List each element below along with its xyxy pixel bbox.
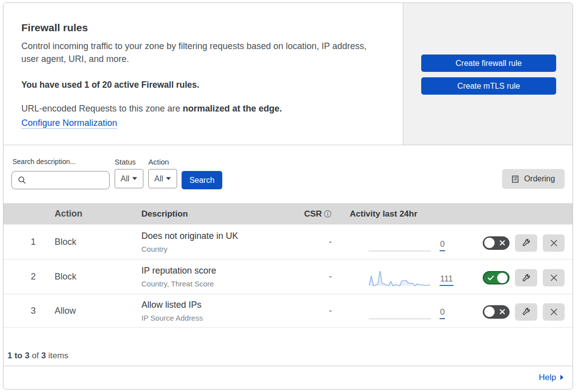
status-filter-group: Status All	[115, 158, 143, 188]
delete-rule-button[interactable]	[543, 269, 565, 286]
search-label: Search description...	[12, 158, 110, 166]
delete-x-icon	[550, 308, 558, 316]
delete-x-icon	[550, 239, 558, 247]
items-count: 1 to 3 of 3 items	[3, 328, 573, 366]
delete-rule-button[interactable]	[543, 234, 565, 252]
rule-controls	[482, 234, 573, 252]
search-group: Search description...	[11, 158, 110, 189]
rule-controls	[482, 303, 573, 321]
activity-flatline	[369, 319, 431, 319]
ordering-button-label: Ordering	[524, 174, 555, 183]
edit-rule-button[interactable]	[515, 269, 537, 286]
rule-description-cell: IP reputation scoreCountry, Threat Score	[141, 266, 304, 288]
rule-criteria: Country, Threat Score	[141, 280, 304, 288]
search-box	[11, 171, 110, 189]
toggle-knob	[484, 238, 495, 248]
info-icon[interactable]	[324, 210, 331, 218]
action-select[interactable]: All	[148, 169, 177, 188]
create-firewall-rule-button[interactable]: Create firewall rule	[421, 55, 556, 72]
search-input[interactable]	[26, 176, 109, 184]
action-label: Action	[148, 158, 177, 166]
rule-activity-cell: 0	[350, 294, 482, 327]
rule-csr-cell: -	[304, 237, 350, 247]
table-row: 1BlockDoes not originate in UKCountry-0	[3, 224, 573, 260]
rule-csr-value: -	[304, 306, 350, 316]
rule-enable-toggle[interactable]	[483, 305, 510, 319]
rule-controls	[482, 269, 573, 286]
rule-enable-toggle[interactable]	[483, 236, 510, 250]
edit-rule-button[interactable]	[515, 234, 537, 252]
ordering-list-icon	[512, 175, 519, 183]
toggle-knob	[484, 307, 495, 317]
wrench-icon	[521, 306, 532, 317]
normalization-note-text: URL-encoded Requests to this zone are	[21, 104, 183, 113]
rule-description-cell: Does not originate in UKCountry	[141, 231, 304, 253]
rule-activity-cell: 0	[350, 224, 482, 259]
status-select-value: All	[121, 174, 129, 183]
rule-description: IP reputation score	[141, 266, 304, 276]
help-link[interactable]: Help	[539, 373, 564, 383]
create-mtls-rule-button[interactable]: Create mTLS rule	[421, 77, 556, 95]
rule-activity-cell: 111	[350, 260, 482, 294]
delete-rule-button[interactable]	[543, 303, 565, 321]
rule-description: Allow listed IPs	[141, 300, 304, 310]
header-action: Action	[55, 209, 141, 219]
activity-count-link[interactable]: 0	[440, 307, 445, 319]
help-arrow-icon	[560, 375, 564, 380]
activity-sparkline	[369, 270, 431, 286]
items-word: items	[46, 351, 68, 360]
rule-description-cell: Allow listed IPsIP Source Address	[141, 300, 304, 322]
header-description: Description	[141, 209, 304, 219]
rule-index: 3	[3, 306, 55, 316]
intro-description: Control incoming traffic to your zone by…	[21, 40, 371, 65]
items-of: of	[29, 351, 41, 360]
table-row: 2BlockIP reputation scoreCountry, Threat…	[3, 260, 573, 294]
csr-header-group: CSR	[304, 209, 350, 219]
status-label: Status	[115, 158, 143, 166]
items-total: 3	[41, 351, 46, 360]
top-section: Firewall rules Control incoming traffic …	[3, 3, 573, 145]
rule-criteria: Country	[141, 245, 304, 253]
rule-index: 2	[3, 272, 55, 282]
wrench-icon	[521, 237, 532, 248]
usage-summary: You have used 1 of 20 active Firewall ru…	[21, 80, 385, 90]
delete-x-icon	[550, 274, 558, 281]
toggle-x-icon	[500, 309, 505, 315]
edit-rule-button[interactable]	[515, 303, 537, 321]
items-count-text: 1 to 3 of 3 items	[7, 351, 68, 360]
header-csr-label: CSR	[304, 209, 322, 219]
activity-count-link[interactable]: 111	[440, 274, 453, 286]
cta-panel: Create firewall rule Create mTLS rule	[403, 3, 573, 145]
table-row: 3AllowAllow listed IPsIP Source Address-…	[3, 294, 573, 328]
ordering-button[interactable]: Ordering	[502, 169, 565, 189]
toggle-check-icon	[488, 275, 494, 280]
status-select[interactable]: All	[115, 169, 143, 188]
rule-criteria: IP Source Address	[141, 314, 304, 322]
page-title: Firewall rules	[21, 21, 385, 34]
header-csr: CSR	[304, 209, 350, 219]
action-select-value: All	[154, 174, 163, 183]
rule-action: Block	[55, 237, 141, 247]
rule-enable-toggle[interactable]	[483, 271, 510, 284]
normalization-note-bold: normalized at the edge.	[183, 104, 282, 113]
wrench-icon	[521, 273, 532, 283]
rule-action: Block	[55, 272, 141, 282]
filter-bar: Search description... Status All Action …	[3, 145, 573, 203]
search-icon	[18, 176, 26, 184]
firewall-rules-card: Firewall rules Control incoming traffic …	[3, 2, 573, 390]
rule-index: 1	[3, 237, 55, 247]
activity-sparkline-box	[369, 270, 431, 286]
rule-action: Allow	[55, 306, 141, 316]
chevron-down-icon	[166, 177, 171, 180]
configure-normalization-link[interactable]: Configure Normalization	[21, 118, 117, 129]
chevron-down-icon	[132, 177, 137, 180]
normalization-note: URL-encoded Requests to this zone are no…	[21, 104, 385, 114]
rule-csr-value: -	[304, 237, 350, 247]
activity-count-link[interactable]: 0	[440, 239, 445, 251]
search-button[interactable]: Search	[182, 171, 222, 189]
rule-csr-value: -	[304, 272, 350, 282]
toggle-x-icon	[500, 240, 505, 246]
table-header: Action Description CSR Activity last 24h…	[3, 203, 573, 224]
help-label: Help	[539, 373, 556, 383]
items-range: 1 to 3	[7, 351, 29, 360]
